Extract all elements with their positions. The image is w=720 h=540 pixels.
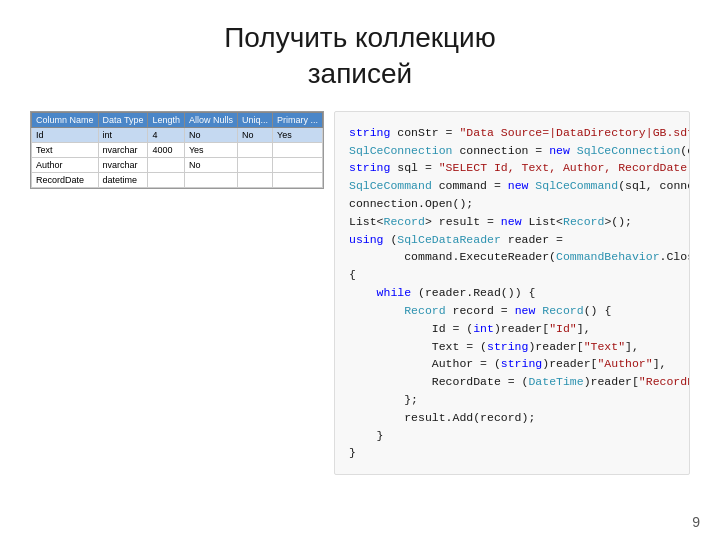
col-header-length: Length <box>148 112 185 127</box>
col-header-type: Data Type <box>98 112 148 127</box>
table-row: Id int 4 No No Yes <box>32 127 323 142</box>
table-row: Author nvarchar No <box>32 157 323 172</box>
col-header-nulls: Allow Nulls <box>184 112 237 127</box>
slide: Получить коллекцию записей Column Name D… <box>0 0 720 540</box>
db-table: Column Name Data Type Length Allow Nulls… <box>30 111 324 189</box>
table-row: Text nvarchar 4000 Yes <box>32 142 323 157</box>
page-number: 9 <box>692 514 700 530</box>
code-block: string conStr = "Data Source=|DataDirect… <box>334 111 690 475</box>
col-header-primary: Primary ... <box>272 112 322 127</box>
col-header-name: Column Name <box>32 112 99 127</box>
slide-title: Получить коллекцию записей <box>30 20 690 93</box>
col-header-uniq: Uniq... <box>237 112 272 127</box>
content-area: Column Name Data Type Length Allow Nulls… <box>30 111 690 475</box>
table-row: RecordDate datetime <box>32 172 323 187</box>
